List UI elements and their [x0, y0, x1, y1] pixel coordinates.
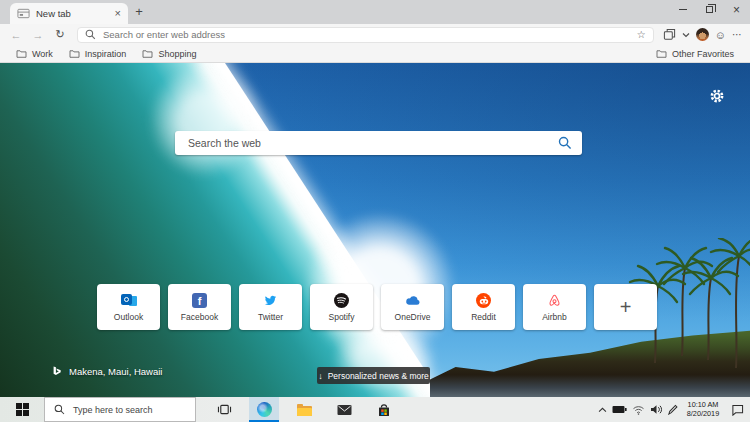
quick-link-label: OneDrive	[395, 312, 431, 322]
wallpaper-foam-spray	[148, 63, 263, 178]
clock-date: 8/20/2019	[680, 410, 726, 419]
avatar	[696, 28, 709, 41]
file-explorer-icon	[297, 404, 312, 416]
favorites-folder-shopping[interactable]: Shopping	[142, 49, 196, 59]
window-controls: ×	[669, 0, 750, 19]
quick-link-spotify[interactable]: Spotify	[310, 284, 373, 330]
quick-link-airbnb[interactable]: Airbnb	[523, 284, 586, 330]
taskbar-store-button[interactable]	[369, 397, 399, 422]
quick-link-reddit[interactable]: Reddit	[452, 284, 515, 330]
speaker-icon	[650, 404, 663, 415]
tab-title: New tab	[36, 8, 115, 19]
quick-link-label: Spotify	[329, 312, 355, 322]
twitter-icon	[263, 292, 279, 308]
page-settings-button[interactable]	[707, 86, 727, 106]
favorites-folder-work[interactable]: Work	[16, 49, 53, 59]
other-favorites-label: Other Favorites	[672, 49, 734, 59]
new-tab-page-favicon	[17, 8, 30, 19]
attribution-label: Makena, Maui, Hawaii	[69, 366, 162, 377]
task-view-button[interactable]	[209, 397, 239, 422]
gear-icon	[709, 88, 725, 104]
start-button[interactable]	[0, 397, 44, 422]
search-icon	[54, 404, 65, 415]
action-center-button[interactable]	[726, 404, 748, 416]
back-button[interactable]: ←	[5, 29, 27, 41]
tab-new-tab[interactable]: New tab ×	[10, 3, 128, 24]
taskbar-clock[interactable]: 10:10 AM 8/20/2019	[680, 401, 726, 418]
favorites-folder-label: Shopping	[158, 49, 196, 59]
folder-icon	[16, 49, 27, 58]
quick-link-label: Reddit	[471, 312, 496, 322]
taskbar-file-explorer-button[interactable]	[289, 397, 319, 422]
minimize-icon	[679, 9, 687, 10]
taskbar-mail-button[interactable]	[329, 397, 359, 422]
quick-link-onedrive[interactable]: OneDrive	[381, 284, 444, 330]
collections-chevron-button[interactable]	[682, 32, 690, 38]
chevron-up-icon	[598, 407, 607, 413]
outlook-icon	[121, 292, 137, 308]
tray-overflow-button[interactable]	[594, 407, 610, 413]
airbnb-icon	[547, 292, 563, 308]
refresh-button[interactable]: ↻	[49, 28, 71, 41]
close-button[interactable]: ×	[723, 0, 750, 19]
profile-button[interactable]	[696, 28, 709, 41]
quick-link-outlook[interactable]: Outlook	[97, 284, 160, 330]
facebook-icon	[192, 292, 208, 308]
favorites-folder-label: Inspiration	[85, 49, 127, 59]
microsoft-store-icon	[377, 403, 391, 417]
other-favorites-folder[interactable]: Other Favorites	[656, 49, 734, 59]
windows-logo-icon	[16, 403, 29, 416]
folder-icon	[656, 49, 667, 58]
taskbar-search-box[interactable]: Type here to search	[44, 397, 196, 422]
search-icon	[85, 29, 96, 40]
settings-menu-button[interactable]: ⋯	[732, 29, 742, 40]
windows-ink-workspace[interactable]	[665, 404, 680, 415]
restore-button[interactable]	[696, 0, 723, 19]
quick-link-label: Facebook	[181, 312, 218, 322]
restore-icon	[706, 6, 713, 13]
onedrive-icon	[405, 292, 421, 308]
network-status[interactable]	[629, 405, 647, 415]
favorites-bar: Work Inspiration Shopping Other Favorite…	[0, 45, 750, 63]
browser-toolbar: ← → ↻ Search or enter web address ☆ ☺ ⋯	[0, 24, 750, 45]
system-tray: 10:10 AM 8/20/2019	[594, 397, 750, 422]
volume-control[interactable]	[647, 404, 665, 415]
web-search-box[interactable]: Search the web	[175, 131, 582, 155]
action-center-icon	[731, 404, 744, 416]
collections-icon	[663, 28, 676, 41]
task-view-icon	[217, 403, 232, 416]
wallpaper-attribution[interactable]: Makena, Maui, Hawaii	[52, 366, 162, 377]
folder-icon	[142, 49, 153, 58]
wifi-icon	[632, 405, 645, 415]
taskbar-search-placeholder: Type here to search	[73, 405, 153, 415]
new-tab-button[interactable]: +	[131, 5, 147, 20]
tab-strip: New tab × + ×	[0, 0, 750, 24]
battery-status[interactable]	[610, 405, 629, 414]
spotify-icon	[334, 292, 350, 308]
quick-link-twitter[interactable]: Twitter	[239, 284, 302, 330]
feedback-button[interactable]: ☺	[715, 29, 726, 41]
mail-icon	[337, 404, 352, 416]
chevron-down-icon	[682, 32, 690, 38]
favorites-folder-inspiration[interactable]: Inspiration	[69, 49, 127, 59]
collections-button[interactable]	[663, 28, 676, 41]
personalized-news-button[interactable]: ↓ Personalized news & more	[317, 367, 430, 384]
quick-link-label: Airbnb	[542, 312, 567, 322]
personalized-news-label: Personalized news & more	[328, 371, 429, 381]
address-bar[interactable]: Search or enter web address ☆	[77, 27, 654, 43]
new-tab-page: Search the web Outlook Facebook Twitter	[0, 63, 750, 397]
favorite-star-icon[interactable]: ☆	[637, 29, 646, 40]
folder-icon	[69, 49, 80, 58]
arrow-down-icon: ↓	[318, 371, 323, 381]
quick-link-facebook[interactable]: Facebook	[168, 284, 231, 330]
tab-close-icon[interactable]: ×	[115, 8, 121, 19]
plus-icon: +	[620, 296, 632, 319]
forward-button[interactable]: →	[27, 29, 49, 41]
bing-icon	[52, 366, 62, 377]
taskbar-edge-button[interactable]	[249, 397, 279, 422]
add-quick-link-tile[interactable]: +	[594, 284, 657, 330]
reddit-icon	[476, 292, 492, 308]
search-icon[interactable]	[558, 136, 572, 150]
favorites-folder-label: Work	[32, 49, 53, 59]
minimize-button[interactable]	[669, 0, 696, 19]
